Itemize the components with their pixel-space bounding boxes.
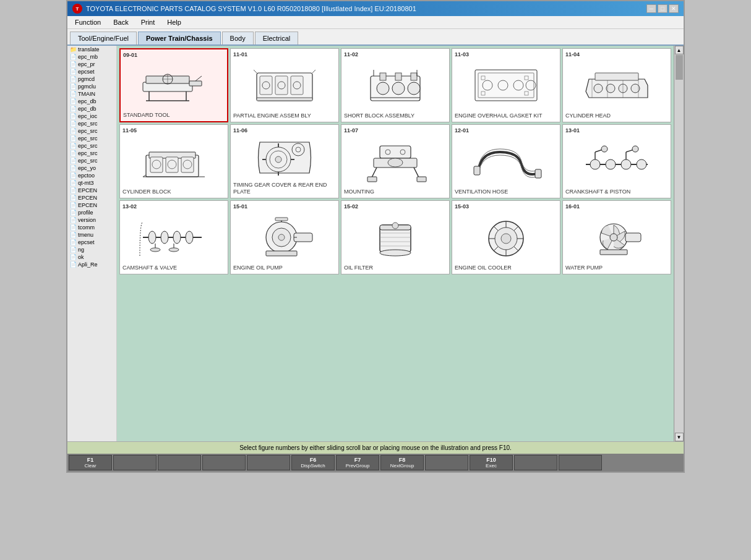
sidebar-item-epc-src2[interactable]: 📄 epc_src — [67, 127, 116, 135]
menu-function[interactable]: Function — [72, 17, 103, 27]
file-icon: 📄 — [70, 158, 77, 164]
card-ventilation-hose[interactable]: 12-01 VENTILA — [452, 124, 560, 198]
card-gasket-kit[interactable]: 11-03 — [452, 48, 560, 122]
card-image-1 — [233, 59, 336, 111]
sidebar-item-epc-db1[interactable]: 📄 epc_db — [67, 98, 116, 105]
sidebar-item-epc-mb[interactable]: 📄 epc_mb — [67, 53, 116, 61]
sidebar-item-apli-re[interactable]: 📄 Apli_Re — [67, 261, 116, 268]
main-content: 📁 translate 📄 epc_mb 📄 epc_pr 📄 epcset 📄… — [67, 46, 684, 441]
sidebar-item-epc-src5[interactable]: 📄 epc_src — [67, 150, 116, 157]
svg-rect-25 — [395, 73, 401, 80]
menu-print[interactable]: Print — [139, 17, 158, 27]
sidebar-item-epc-pr[interactable]: 📄 epc_pr — [67, 61, 116, 68]
f4-empty — [202, 455, 246, 470]
file-icon: 📄 — [70, 261, 77, 268]
card-short-block[interactable]: 11-02 — [341, 48, 450, 122]
card-label-6: TIMING GEAR COVER & REAR END PLATE — [233, 182, 336, 195]
sidebar-item-epc-src3[interactable]: 📄 epc_src — [67, 135, 116, 142]
f8-key-name: F8 — [385, 457, 419, 463]
maximize-button[interactable]: □ — [658, 4, 667, 13]
card-partial-engine[interactable]: 11-01 — [230, 48, 339, 122]
sidebar-item-epcset2[interactable]: 📄 epcset — [67, 239, 116, 246]
sidebar-item-epc-db2[interactable]: 📄 epc_db — [67, 105, 116, 112]
sidebar-item-pgmcd[interactable]: 📄 pgmcd — [67, 75, 116, 83]
tab-electrical[interactable]: Electrical — [255, 32, 299, 45]
card-water-pump[interactable]: 16-01 — [562, 200, 671, 274]
card-label-12: OIL FILTER — [344, 265, 447, 271]
sidebar-label: epc_src — [78, 150, 98, 156]
close-button[interactable]: ✕ — [669, 4, 679, 13]
sidebar-item-tmain[interactable]: 📄 TMAIN — [67, 90, 116, 98]
card-code-11: 15-01 — [233, 203, 336, 210]
sidebar-item-epcen1[interactable]: 📄 EPCEN — [67, 187, 116, 194]
card-cylinder-block[interactable]: 11-05 — [119, 124, 228, 198]
sidebar-item-epc-yo[interactable]: 📄 epc_yo — [67, 164, 116, 172]
scroll-down-button[interactable]: ▼ — [675, 433, 684, 441]
sidebar-item-epctoo[interactable]: 📄 epctoo — [67, 172, 116, 179]
card-standard-tool[interactable]: 09-01 — [119, 48, 228, 122]
f6-dispswitch-button[interactable]: F6 DispSwitch — [291, 455, 335, 470]
scroll-up-button[interactable]: ▲ — [675, 46, 684, 54]
card-oil-cooler[interactable]: 15-03 — [452, 200, 560, 274]
file-icon: 📄 — [70, 76, 77, 82]
sidebar-label: epc_src — [78, 158, 98, 164]
tab-body[interactable]: Body — [222, 32, 254, 45]
sidebar-label: ng — [78, 247, 84, 253]
sidebar-item-tmenu[interactable]: 📄 tmenu — [67, 231, 116, 239]
card-camshaft-valve[interactable]: 13-02 — [119, 200, 228, 274]
card-oil-pump[interactable]: 15-01 — [230, 200, 339, 274]
svg-point-80 — [590, 159, 600, 169]
scroll-thumb[interactable] — [676, 55, 683, 80]
menu-back[interactable]: Back — [111, 17, 131, 27]
sidebar-item-tcomm[interactable]: 📄 tcomm — [67, 224, 116, 231]
menu-help[interactable]: Help — [165, 17, 184, 27]
card-mounting[interactable]: 11-07 — [341, 124, 450, 198]
status-message: Select figure numbers by either sliding … — [239, 444, 512, 451]
card-crankshaft-piston[interactable]: 13-01 — [562, 124, 671, 198]
sidebar-item-epcen2[interactable]: 📄 EPCEN — [67, 194, 116, 202]
sidebar-item-epc-src1[interactable]: 📄 epc_src — [67, 120, 116, 127]
card-label-11: ENGINE OIL PUMP — [233, 265, 336, 271]
svg-point-89 — [632, 146, 638, 152]
sidebar-item-epcen3[interactable]: 📄 EPCEN — [67, 202, 116, 209]
card-code-13: 15-03 — [455, 203, 557, 210]
file-icon: 📄 — [70, 98, 77, 104]
card-label-10: CAMSHAFT & VALVE — [122, 265, 225, 271]
sidebar-item-translate[interactable]: 📁 translate — [67, 46, 116, 53]
f7-prevgroup-button[interactable]: F7 PrevGroup — [336, 455, 379, 470]
tab-power-train[interactable]: Power Train/Chassis — [138, 32, 221, 45]
minimize-button[interactable]: ─ — [646, 4, 656, 13]
file-icon: 📄 — [70, 91, 77, 97]
card-label-4: CYLINDER HEAD — [565, 112, 668, 119]
card-cylinder-head[interactable]: 11-04 — [562, 48, 671, 122]
sidebar-item-pgmclu[interactable]: 📄 pgmclu — [67, 83, 116, 90]
f7-key-name: F7 — [340, 457, 375, 463]
card-code-2: 11-02 — [344, 51, 447, 57]
sidebar-item-version[interactable]: 📄 version — [67, 216, 116, 224]
f8-nextgroup-button[interactable]: F8 NextGroup — [380, 455, 424, 470]
sidebar-item-epc-src4[interactable]: 📄 epc_src — [67, 142, 116, 150]
card-timing-gear[interactable]: 11-06 — [230, 124, 339, 198]
f10-exec-button[interactable]: F10 Exec — [470, 455, 513, 470]
f1-clear-button[interactable]: F1 Clear — [69, 455, 112, 470]
card-image-12 — [344, 211, 447, 263]
sidebar-item-epc-src6[interactable]: 📄 epc_src — [67, 157, 116, 164]
card-image-3 — [455, 59, 557, 111]
sidebar-label: version — [78, 217, 96, 223]
svg-point-92 — [161, 231, 168, 244]
f11-empty — [514, 455, 557, 470]
vertical-scrollbar[interactable]: ▲ ▼ — [674, 46, 684, 441]
sidebar-item-profile[interactable]: 📄 profile — [67, 209, 116, 216]
title-bar: T TOYOTA ELECTRONIC PARTS CATALOG SYSTEM… — [67, 1, 684, 16]
sidebar-item-epc-ioc[interactable]: 📄 epc_ioc — [67, 112, 116, 120]
sidebar-item-ok[interactable]: 📄 ok — [67, 253, 116, 261]
svg-rect-72 — [367, 177, 377, 182]
sidebar-item-ng[interactable]: 📄 ng — [67, 246, 116, 253]
sidebar-item-qt-mt3[interactable]: 📄 qt-mt3 — [67, 179, 116, 187]
tab-tool-engine-fuel[interactable]: Tool/Engine/Fuel — [70, 32, 137, 45]
card-image-7 — [344, 135, 447, 187]
card-label-5: CYLINDER BLOCK — [122, 189, 225, 195]
sidebar-item-epcset[interactable]: 📄 epcset — [67, 68, 116, 75]
card-oil-filter[interactable]: 15-02 — [341, 200, 450, 274]
f10-key-label: Exec — [474, 463, 509, 469]
